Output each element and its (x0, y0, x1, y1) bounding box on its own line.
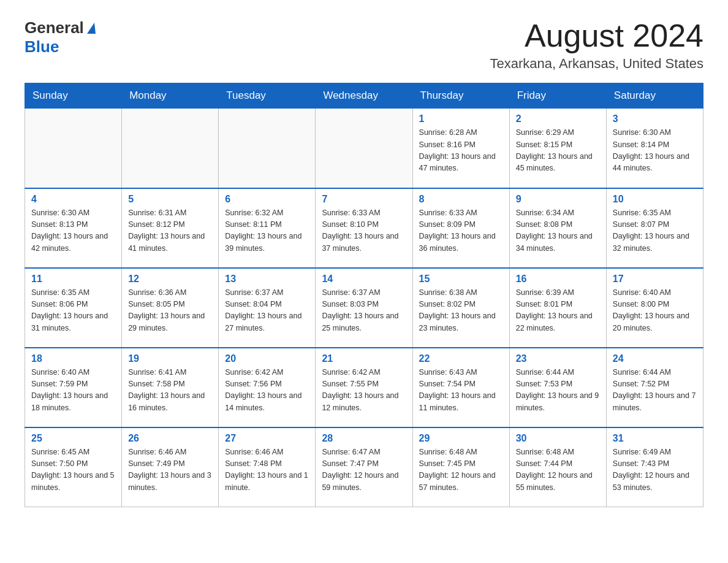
day-number: 30 (516, 433, 600, 444)
calendar-cell: 6Sunrise: 6:32 AMSunset: 8:11 PMDaylight… (219, 188, 316, 268)
calendar-cell: 4Sunrise: 6:30 AMSunset: 8:13 PMDaylight… (25, 188, 122, 268)
day-number: 24 (613, 353, 697, 364)
calendar-cell: 27Sunrise: 6:46 AMSunset: 7:48 PMDayligh… (219, 427, 316, 507)
weekday-header-row: SundayMondayTuesdayWednesdayThursdayFrid… (25, 83, 703, 109)
day-info: Sunrise: 6:39 AMSunset: 8:01 PMDaylight:… (516, 287, 600, 335)
day-info: Sunrise: 6:46 AMSunset: 7:48 PMDaylight:… (225, 446, 309, 494)
day-info: Sunrise: 6:48 AMSunset: 7:44 PMDaylight:… (516, 446, 600, 494)
calendar-cell: 28Sunrise: 6:47 AMSunset: 7:47 PMDayligh… (316, 427, 412, 507)
day-number: 21 (322, 353, 406, 364)
day-number: 28 (322, 433, 406, 444)
calendar-cell: 16Sunrise: 6:39 AMSunset: 8:01 PMDayligh… (509, 268, 606, 348)
weekday-header-monday: Monday (122, 83, 219, 109)
calendar-cell: 30Sunrise: 6:48 AMSunset: 7:44 PMDayligh… (509, 427, 606, 507)
day-number: 5 (128, 194, 212, 205)
day-info: Sunrise: 6:35 AMSunset: 8:07 PMDaylight:… (613, 207, 697, 255)
day-number: 8 (419, 194, 503, 205)
weekday-header-tuesday: Tuesday (219, 83, 316, 109)
day-number: 31 (613, 433, 697, 444)
day-info: Sunrise: 6:43 AMSunset: 7:54 PMDaylight:… (419, 367, 503, 415)
day-info: Sunrise: 6:33 AMSunset: 8:09 PMDaylight:… (419, 207, 503, 255)
calendar-cell: 31Sunrise: 6:49 AMSunset: 7:43 PMDayligh… (606, 427, 703, 507)
logo: General Blue (25, 18, 96, 56)
calendar-cell (122, 109, 219, 188)
calendar-week-row: 1Sunrise: 6:28 AMSunset: 8:16 PMDaylight… (25, 109, 703, 188)
calendar-cell: 7Sunrise: 6:33 AMSunset: 8:10 PMDaylight… (316, 188, 412, 268)
calendar-cell: 19Sunrise: 6:41 AMSunset: 7:58 PMDayligh… (122, 348, 219, 427)
day-info: Sunrise: 6:32 AMSunset: 8:11 PMDaylight:… (225, 207, 309, 255)
calendar-cell: 10Sunrise: 6:35 AMSunset: 8:07 PMDayligh… (606, 188, 703, 268)
calendar-cell: 5Sunrise: 6:31 AMSunset: 8:12 PMDaylight… (122, 188, 219, 268)
day-number: 7 (322, 194, 406, 205)
page-header: General Blue August 2024 Texarkana, Arka… (25, 18, 703, 72)
day-info: Sunrise: 6:30 AMSunset: 8:13 PMDaylight:… (31, 207, 115, 255)
day-number: 18 (31, 353, 115, 364)
day-info: Sunrise: 6:48 AMSunset: 7:45 PMDaylight:… (419, 446, 503, 494)
day-number: 13 (225, 274, 309, 285)
day-info: Sunrise: 6:40 AMSunset: 8:00 PMDaylight:… (613, 287, 697, 335)
calendar-cell: 17Sunrise: 6:40 AMSunset: 8:00 PMDayligh… (606, 268, 703, 348)
logo-triangle-icon (87, 23, 96, 34)
day-info: Sunrise: 6:44 AMSunset: 7:53 PMDaylight:… (516, 367, 600, 415)
day-info: Sunrise: 6:42 AMSunset: 7:56 PMDaylight:… (225, 367, 309, 415)
location-title: Texarkana, Arkansas, United States (490, 56, 703, 72)
weekday-header-friday: Friday (509, 83, 606, 109)
day-number: 1 (419, 113, 503, 124)
calendar-cell: 29Sunrise: 6:48 AMSunset: 7:45 PMDayligh… (412, 427, 509, 507)
month-title: August 2024 (490, 18, 703, 53)
day-info: Sunrise: 6:31 AMSunset: 8:12 PMDaylight:… (128, 207, 212, 255)
day-number: 12 (128, 274, 212, 285)
day-number: 6 (225, 194, 309, 205)
day-info: Sunrise: 6:37 AMSunset: 8:04 PMDaylight:… (225, 287, 309, 335)
day-number: 14 (322, 274, 406, 285)
calendar-cell (219, 109, 316, 188)
day-number: 22 (419, 353, 503, 364)
day-info: Sunrise: 6:49 AMSunset: 7:43 PMDaylight:… (613, 446, 697, 494)
day-number: 20 (225, 353, 309, 364)
calendar-cell: 25Sunrise: 6:45 AMSunset: 7:50 PMDayligh… (25, 427, 122, 507)
title-block: August 2024 Texarkana, Arkansas, United … (490, 18, 703, 72)
day-number: 4 (31, 194, 115, 205)
day-number: 17 (613, 274, 697, 285)
logo-general: General (25, 18, 84, 37)
day-info: Sunrise: 6:38 AMSunset: 8:02 PMDaylight:… (419, 287, 503, 335)
weekday-header-wednesday: Wednesday (316, 83, 412, 109)
calendar-cell (316, 109, 412, 188)
day-info: Sunrise: 6:28 AMSunset: 8:16 PMDaylight:… (419, 127, 503, 175)
calendar-table: SundayMondayTuesdayWednesdayThursdayFrid… (25, 83, 703, 507)
day-info: Sunrise: 6:35 AMSunset: 8:06 PMDaylight:… (31, 287, 115, 335)
calendar-cell: 26Sunrise: 6:46 AMSunset: 7:49 PMDayligh… (122, 427, 219, 507)
calendar-cell (25, 109, 122, 188)
day-number: 29 (419, 433, 503, 444)
day-info: Sunrise: 6:30 AMSunset: 8:14 PMDaylight:… (613, 127, 697, 175)
calendar-cell: 2Sunrise: 6:29 AMSunset: 8:15 PMDaylight… (509, 109, 606, 188)
day-info: Sunrise: 6:44 AMSunset: 7:52 PMDaylight:… (613, 367, 697, 415)
day-number: 2 (516, 113, 600, 124)
calendar-cell: 20Sunrise: 6:42 AMSunset: 7:56 PMDayligh… (219, 348, 316, 427)
day-info: Sunrise: 6:37 AMSunset: 8:03 PMDaylight:… (322, 287, 406, 335)
day-number: 3 (613, 113, 697, 124)
calendar-week-row: 11Sunrise: 6:35 AMSunset: 8:06 PMDayligh… (25, 268, 703, 348)
day-info: Sunrise: 6:41 AMSunset: 7:58 PMDaylight:… (128, 367, 212, 415)
day-info: Sunrise: 6:33 AMSunset: 8:10 PMDaylight:… (322, 207, 406, 255)
day-info: Sunrise: 6:36 AMSunset: 8:05 PMDaylight:… (128, 287, 212, 335)
calendar-cell: 12Sunrise: 6:36 AMSunset: 8:05 PMDayligh… (122, 268, 219, 348)
day-info: Sunrise: 6:34 AMSunset: 8:08 PMDaylight:… (516, 207, 600, 255)
weekday-header-saturday: Saturday (606, 83, 703, 109)
day-info: Sunrise: 6:40 AMSunset: 7:59 PMDaylight:… (31, 367, 115, 415)
day-info: Sunrise: 6:29 AMSunset: 8:15 PMDaylight:… (516, 127, 600, 175)
calendar-cell: 14Sunrise: 6:37 AMSunset: 8:03 PMDayligh… (316, 268, 412, 348)
day-number: 27 (225, 433, 309, 444)
calendar-cell: 1Sunrise: 6:28 AMSunset: 8:16 PMDaylight… (412, 109, 509, 188)
weekday-header-thursday: Thursday (412, 83, 509, 109)
calendar-cell: 8Sunrise: 6:33 AMSunset: 8:09 PMDaylight… (412, 188, 509, 268)
calendar-week-row: 25Sunrise: 6:45 AMSunset: 7:50 PMDayligh… (25, 427, 703, 507)
weekday-header-sunday: Sunday (25, 83, 122, 109)
day-number: 16 (516, 274, 600, 285)
calendar-cell: 15Sunrise: 6:38 AMSunset: 8:02 PMDayligh… (412, 268, 509, 348)
calendar-cell: 9Sunrise: 6:34 AMSunset: 8:08 PMDaylight… (509, 188, 606, 268)
day-number: 9 (516, 194, 600, 205)
day-info: Sunrise: 6:46 AMSunset: 7:49 PMDaylight:… (128, 446, 212, 494)
day-info: Sunrise: 6:47 AMSunset: 7:47 PMDaylight:… (322, 446, 406, 494)
day-number: 26 (128, 433, 212, 444)
